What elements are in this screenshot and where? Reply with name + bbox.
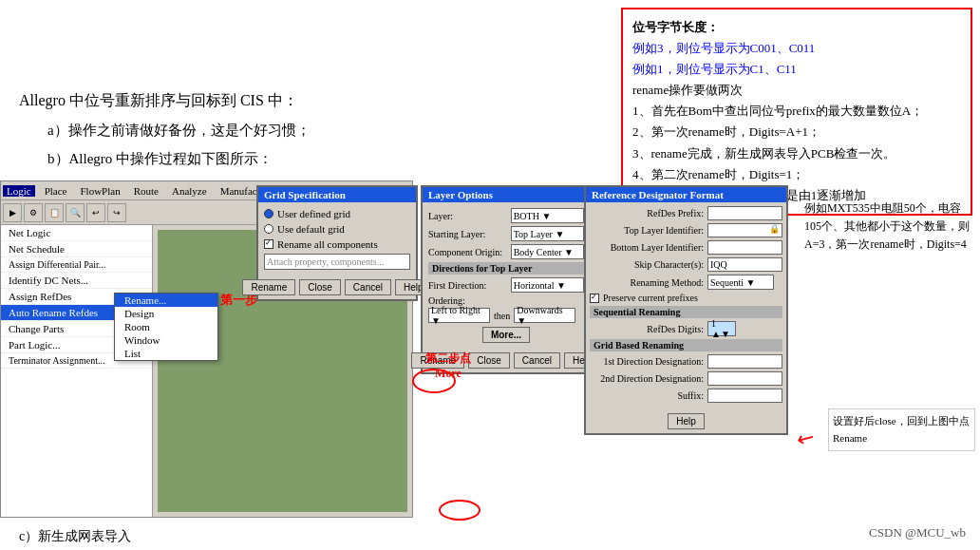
comp-origin-select[interactable]: Body Center ▼ [511,244,584,259]
refdes-digits-spinner[interactable]: 1 ▲▼ [707,321,736,336]
setting-note: 设置好后close，回到上图中点Rename [828,408,975,451]
skip-chars-label: Skip Character(s): [590,259,704,270]
preserve-label: Preserve current prefixes [603,293,698,303]
dir2-label: 2nd Direction Designation: [590,373,704,384]
panel-assign-diff[interactable]: Assign Differential Pair... [1,257,152,273]
layer-select[interactable]: BOTH ▼ [511,208,584,223]
panel-net-logic[interactable]: Net Logic [1,225,152,241]
prefix-label: RefDes Prefix: [590,208,704,218]
panel-net-schedule[interactable]: Net Schedule [1,241,152,257]
grid-user-label: User defined grid [277,208,350,219]
annotation-line7: 4、第二次rename时，Digits=1； [632,164,961,185]
grid-spec-buttons: Rename Close Cancel Help [258,275,416,299]
preserve-prefixes-row: Preserve current prefixes [590,293,782,303]
downwards-select[interactable]: Downwards ▼ [514,308,575,323]
refdes-help-btn[interactable]: Help [668,413,705,429]
top-layer-id-row: Top Layer Identifier: 🔒 [590,223,782,237]
starting-layer-row: Starting Layer: Top Layer ▼ [428,226,584,241]
arrow-icon: ↙ [792,423,820,453]
grid-option-user[interactable]: User defined grid [264,208,410,219]
ctx-window[interactable]: Window [115,333,217,347]
left-right-select[interactable]: Left to Right ▼ [428,308,490,323]
menu-analyze[interactable]: Analyze [168,185,211,197]
menu-place[interactable]: Place [41,185,71,197]
ordering-row: Left to Right ▼ then Downwards ▼ [428,308,584,323]
first-dir-select[interactable]: Horizontal ▼ [511,277,584,293]
starting-layer-select[interactable]: Top Layer ▼ [511,226,584,241]
refdes-title: Reference Designator Format [586,187,786,202]
ctx-rename[interactable]: Rename... [115,294,217,307]
layer-label: Layer: [428,211,511,221]
grid-rename-btn[interactable]: Rename [242,279,295,295]
refdes-digits-row: RefDes Digits: 1 ▲▼ [590,321,782,336]
ctx-list[interactable]: List [115,347,217,360]
panel-identify-dc[interactable]: Identify DC Nets... [1,273,152,289]
dir1-input[interactable] [707,354,782,369]
dir2-input[interactable] [707,371,782,386]
starting-layer-label: Starting Layer: [428,229,511,239]
toolbar-btn-3[interactable]: 📋 [45,203,64,222]
left-panel: Net Logic Net Schedule Assign Differenti… [1,225,153,517]
main-heading: Allegro 中位号重新排序与回标到 CIS 中： [19,85,311,116]
csdn-text: CSDN @MCU_wb [869,525,966,540]
toolbar-btn-5[interactable]: ↩ [86,203,105,222]
layer-close-btn[interactable]: Close [468,352,510,369]
bottom-layer-id-input[interactable] [707,240,782,255]
first-dir-label: First Direction: [428,280,511,291]
refdes-digits-label: RefDes Digits: [590,324,704,334]
ctx-design[interactable]: Design [115,307,217,320]
menu-logic[interactable]: Logic [3,185,35,197]
grid-checkbox-rename[interactable]: Rename all components [264,238,410,250]
top-layer-id-input[interactable]: 🔒 [707,223,782,237]
toolbar-btn-6[interactable]: ↪ [107,203,126,222]
toolbar-btn-2[interactable]: ⚙ [24,203,43,222]
bottom-text-content: c）新生成网表导入 [19,529,131,543]
annotation-line3: rename操作要做两次 [632,80,961,101]
grid-spec-body: User defined grid Use default grid Renam… [258,202,416,275]
layer-cancel-btn[interactable]: Cancel [514,352,560,369]
comp-origin-label: Component Origin: [428,247,511,257]
annotation-title: 位号字节长度： [632,17,961,38]
prefix-input[interactable] [707,206,782,220]
step2-label: 第二步点More [425,351,471,381]
toolbar-btn-4[interactable]: 🔍 [66,203,85,222]
layer-options-dialog: Layer Options Layer: BOTH ▼ Starting Lay… [421,185,592,374]
top-layer-section: Directions for Top Layer [428,262,584,275]
comp-origin-row: Component Origin: Body Center ▼ [428,244,584,259]
grid-close-btn[interactable]: Close [299,279,341,295]
skip-chars-input[interactable]: IQQ [707,257,782,272]
sub-item-b: b）Allegro 中操作过程如下图所示： [47,144,311,173]
preserve-checkbox[interactable] [590,294,599,303]
seq-renaming-section: Sequential Renaming [590,306,782,318]
menu-route[interactable]: Route [130,185,162,197]
lock-icon: 🔒 [769,224,780,234]
ctx-room[interactable]: Room [115,320,217,333]
menu-flowplan[interactable]: FlowPlan [77,185,124,197]
suffix-input[interactable] [707,389,782,403]
prefix-row: RefDes Prefix: [590,206,782,220]
refdes-dialog: Reference Designator Format RefDes Prefi… [584,185,788,435]
annotation-line5: 2、第一次rename时，Digits=A+1； [632,122,961,142]
setting-note-text: 设置好后close，回到上图中点Rename [833,415,970,444]
grid-spec-title: Grid Specification [258,187,416,202]
refdes-buttons: Help [586,409,786,433]
more-btn-row: More... [428,327,584,343]
renaming-method-label: Renaming Method: [590,277,704,288]
context-menu: Rename... Design Room Window List [114,293,218,361]
grid-option-default[interactable]: Use default grid [264,223,410,235]
grid-default-label: Use default grid [277,223,345,235]
dir2-row: 2nd Direction Designation: [590,371,782,386]
layer-options-title: Layer Options [423,187,590,202]
more-button[interactable]: More... [482,327,530,343]
checkbox-rename-all [264,239,273,249]
suffix-label: Suffix: [590,390,704,401]
renaming-method-select[interactable]: Sequenti ▼ [707,275,774,290]
grid-cancel-btn[interactable]: Cancel [345,279,391,295]
toolbar-btn-1[interactable]: ▶ [3,203,22,222]
top-layer-id-label: Top Layer Identifier: [590,225,704,236]
main-heading-area: Allegro 中位号重新排序与回标到 CIS 中： a）操作之前请做好备份，这… [19,85,311,173]
annotation-line6: 3、rename完成，新生成网表导入PCB检查一次。 [632,143,961,164]
skip-chars-row: Skip Character(s): IQQ [590,257,782,272]
dir1-label: 1st Direction Designation: [590,356,704,367]
radio-user-defined [264,209,273,218]
